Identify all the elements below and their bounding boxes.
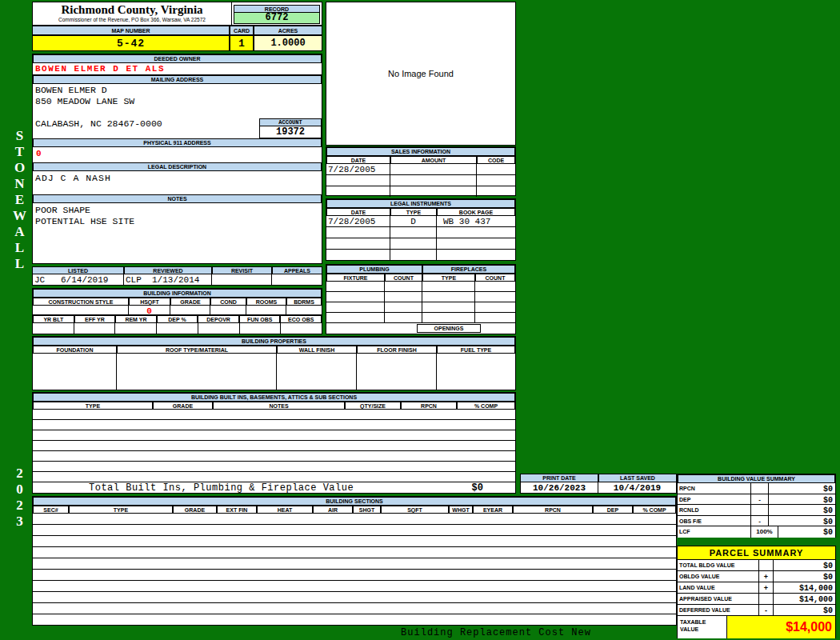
last-saved-value: 10/4/2019 [598,482,676,493]
openings-label: OPENINGS [417,324,481,333]
sales-row1-amount [390,164,477,174]
bvs-row-rpcn: RPCN $0 [678,483,835,494]
bvs-label: OBS F/E [678,516,751,526]
building-info-values-row: 0 [33,306,322,315]
parcel-value: $0 [774,560,835,570]
empty-row [33,472,515,482]
revisit-label: REVISIT [212,266,272,274]
parcel-op: + [759,582,774,593]
header-panel: Richmond County, Virginia Commissioner o… [32,2,322,51]
legal-row [326,227,515,238]
col-hsqft: HSQFT [129,298,170,306]
map-number-label: MAP NUMBER [32,26,230,35]
legal-instruments-title: LEGAL INSTRUMENTS [326,199,515,208]
empty-row [33,558,676,570]
empty-row [33,547,676,558]
built-ins-col-qty-size: QTY/SIZE [345,402,401,410]
bvs-op: - [751,494,769,505]
col-construction-style: CONSTRUCTION STYLE [33,298,129,306]
empty-row [33,536,676,547]
plumbing-title: PLUMBING [326,265,422,274]
sec-col: HEAT [257,506,313,514]
mailing-address-block: BOWEN ELMER D 850 MEADOW LANE SW CALABAS… [33,84,322,138]
mailing-line-2: 850 MEADOW LANE SW [35,96,319,107]
built-ins-col-type: TYPE [33,402,153,410]
sec-col: RPCN [513,506,593,514]
parcel-row-total-bldg: TOTAL BLDG VALUE $0 [678,560,835,571]
sec-col: TYPE [69,506,173,514]
building-value-summary-title: BUILDING VALUE SUMMARY [678,474,835,483]
bvs-value: $0 [778,526,835,538]
property-image-placeholder: No Image Found [326,2,516,146]
col-eff-yr: EFF YR [74,315,116,323]
sales-row1-date: 7/28/2005 [326,164,390,174]
legal-col-bookpage: BOOK PAGE [437,208,515,216]
empty-row [33,603,676,614]
fireplaces-col-type: TYPE [422,274,475,282]
legal-row: 7/28/2005 D WB 30 437 [326,216,515,227]
empty-row [33,514,676,525]
appeals-label: APPEALS [272,266,322,274]
last-saved-label: LAST SAVED [598,474,677,482]
empty-row [33,525,676,536]
empty-row [33,430,515,441]
mailing-line-blank [35,107,319,118]
col-cond: COND [210,298,246,306]
empty-row [33,420,515,430]
parcel-op: - [759,605,774,615]
building-information-panel: BUILDING INFORMATION CONSTRUCTION STYLE … [32,288,322,334]
county-subtitle: Commissioner of the Revenue, PO Box 366,… [33,17,231,22]
legal-instruments-panel: LEGAL INSTRUMENTS DATE TYPE BOOK PAGE 7/… [326,198,516,261]
openings-spacer [326,324,417,333]
parcel-row-obldg: OBLDG VALUE + $0 [678,571,835,582]
bvs-value: $0 [769,494,835,505]
bvs-label: RCNLD [678,505,751,515]
hsqft-value: 0 [129,306,170,314]
deeded-owner-value: BOWEN ELMER D ET ALS [33,63,322,75]
grade-value [170,306,210,314]
wall-finish-value [277,354,357,390]
sales-col-code: CODE [477,156,515,164]
sec-col: WHGT [449,506,473,514]
card-label: CARD [230,26,254,35]
parcel-row-land: LAND VALUE + $14,000 [678,582,835,594]
taxable-value: $14,000 [727,616,835,638]
legal-description-value: ADJ C A NASH [33,171,322,194]
sec-col: SHGT [353,506,381,514]
acres-value: 1.0000 [254,35,322,51]
bvs-label: DEP [678,494,751,505]
col-wall-finish: WALL FINISH [277,346,357,354]
sec-col: EXT FIN [217,506,257,514]
plumbing-row [326,313,515,323]
plumbing-col-fixture: FIXTURE [326,274,385,282]
acres-label: ACRES [254,26,322,35]
empty-row [33,614,676,626]
record-value: 6772 [234,13,320,24]
col-fuel-type: FUEL TYPE [437,346,515,354]
parcel-op [759,594,774,604]
built-ins-title: BUILDING BUILT INS, BASEMENTS, ATTICS & … [33,393,515,402]
parcel-value: $14,000 [774,594,835,604]
bvs-row-rcnld: RCNLD $0 [678,505,835,516]
bvs-op [751,505,769,515]
building-sections-title: BUILDING SECTIONS [33,497,676,506]
card-value: 1 [230,35,254,51]
empty-row [33,410,515,420]
built-ins-col-rpcn: RPCN [401,402,457,410]
account-label: ACCOUNT [259,118,322,126]
col-floor-finish: FLOOR FINISH [357,346,437,354]
rooms-value [246,306,286,314]
mailing-address-label: MAILING ADDRESS [33,75,322,84]
bvs-row-lcf: LCF 100% $0 [678,526,835,538]
built-ins-col-notes: NOTES [213,402,345,410]
built-ins-total-label: Total Built Ins, Plumbing & Fireplace Va… [89,482,354,494]
col-grade: GRADE [170,298,210,306]
parcel-op: + [759,571,774,582]
physical-911-address-value: 0 [33,147,322,162]
sales-information-panel: SALES INFORMATION DATE AMOUNT CODE 7/28/… [326,146,516,196]
sec-col: % COMP [633,506,676,514]
building-sections-panel: BUILDING SECTIONS SEC# TYPE GRADE EXT FI… [32,496,677,626]
legal-row [326,250,515,260]
sec-col: SEC# [33,506,69,514]
col-rem-yr: REM YR [115,315,157,323]
